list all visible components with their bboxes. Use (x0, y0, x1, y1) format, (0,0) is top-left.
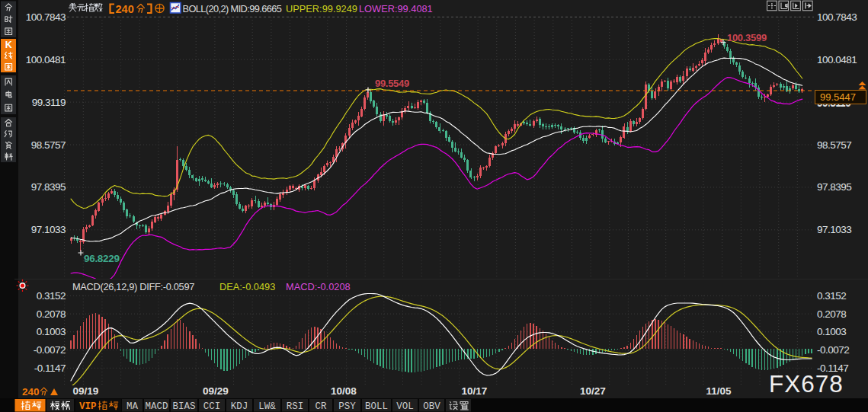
svg-text:10/17: 10/17 (462, 385, 488, 397)
svg-text:CCI: CCI (203, 401, 221, 412)
svg-text:97.8395: 97.8395 (31, 181, 66, 193)
svg-text:97.8395: 97.8395 (817, 181, 851, 193)
svg-text:MACD: MACD (145, 401, 168, 412)
svg-text:FX678: FX678 (769, 370, 844, 398)
svg-text:09/29: 09/29 (203, 385, 229, 397)
svg-text:PSY: PSY (338, 401, 356, 412)
svg-text:99.3119: 99.3119 (32, 97, 66, 108)
svg-text:240: 240 (22, 386, 40, 398)
svg-text:BOLL(20,2) MID:99.6665: BOLL(20,2) MID:99.6665 (183, 3, 282, 14)
svg-text:VOL: VOL (396, 401, 414, 412)
svg-text:MACD:-0.0208: MACD:-0.0208 (286, 281, 351, 292)
svg-text:0.2078: 0.2078 (817, 308, 846, 320)
svg-text:98.5757: 98.5757 (817, 139, 851, 151)
svg-text:BOLL: BOLL (365, 401, 388, 412)
svg-text:97.1033: 97.1033 (817, 224, 851, 235)
svg-text:100.0481: 100.0481 (817, 54, 857, 65)
svg-text:VIP: VIP (79, 401, 97, 412)
svg-text:96.8229: 96.8229 (84, 253, 120, 264)
svg-text:0.3152: 0.3152 (817, 290, 846, 302)
svg-text:-0.0072: -0.0072 (817, 344, 849, 356)
svg-text:10/08: 10/08 (331, 385, 357, 397)
svg-text:BIAS: BIAS (172, 401, 195, 412)
svg-text:LOWER:99.4081: LOWER:99.4081 (359, 3, 433, 14)
svg-text:LW&: LW& (258, 401, 276, 412)
svg-text:10/27: 10/27 (580, 385, 606, 397)
svg-text:98.5757: 98.5757 (31, 139, 66, 151)
svg-text:11/05: 11/05 (706, 385, 732, 397)
svg-text:09/19: 09/19 (73, 385, 99, 397)
svg-text:-0.0072: -0.0072 (34, 344, 66, 356)
svg-text:KDJ: KDJ (231, 401, 248, 412)
svg-text:MACD(26,12,9) DIFF:-0.0597: MACD(26,12,9) DIFF:-0.0597 (72, 281, 194, 292)
svg-text:100.0481: 100.0481 (26, 54, 66, 65)
svg-text:OBV: OBV (423, 401, 440, 412)
svg-text:99.5549: 99.5549 (375, 78, 409, 89)
svg-text:RSI: RSI (287, 401, 304, 412)
svg-text:K: K (5, 40, 12, 50)
svg-text:DEA:-0.0493: DEA:-0.0493 (219, 281, 275, 292)
svg-text:-0.1147: -0.1147 (34, 362, 66, 374)
svg-text:100.7843: 100.7843 (817, 11, 857, 23)
svg-text:0.3152: 0.3152 (37, 290, 66, 302)
svg-text:0.2078: 0.2078 (37, 308, 66, 320)
svg-text:MA: MA (127, 401, 139, 412)
svg-text:97.1033: 97.1033 (31, 224, 66, 235)
svg-text:0.1003: 0.1003 (817, 326, 846, 337)
svg-text:100.3599: 100.3599 (727, 32, 767, 43)
svg-text:UPPER:99.9249: UPPER:99.9249 (286, 3, 357, 14)
svg-text:240: 240 (116, 3, 134, 15)
svg-text:99.5447: 99.5447 (820, 91, 856, 103)
svg-text:0.1003: 0.1003 (37, 326, 66, 337)
svg-text:100.7843: 100.7843 (26, 11, 66, 23)
svg-text:CR: CR (315, 401, 327, 412)
